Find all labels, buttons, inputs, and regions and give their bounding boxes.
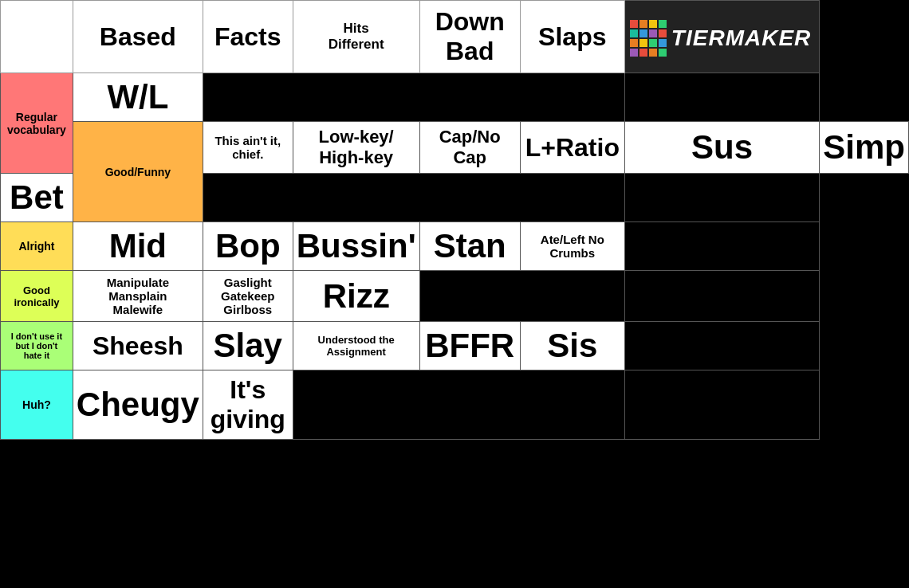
- logo-dot: [630, 49, 638, 57]
- tier-row-goodfunny-1: Good/Funny This ain't it,chief. Low-key/…: [1, 122, 909, 174]
- logo-dot: [649, 39, 657, 47]
- tier-label-idontuse: I don't use itbut I don'thate it: [1, 322, 73, 370]
- logo-text: TiERMAKER: [671, 25, 811, 51]
- empty-idontuse: [624, 322, 819, 370]
- logo-dot: [649, 49, 657, 57]
- tier-label-good-ironically: Good ironically: [1, 271, 73, 322]
- item-this-aint-it: This ain't it,chief.: [203, 122, 293, 174]
- logo-dot: [630, 20, 638, 28]
- item-rizz: Rizz: [293, 271, 419, 322]
- logo-dot: [659, 49, 667, 57]
- logo-dot: [659, 39, 667, 47]
- logo-dot: [639, 39, 647, 47]
- item-bet: Bet: [1, 174, 73, 222]
- item-stan: Stan: [419, 222, 520, 271]
- item-cheugy: Cheugy: [73, 370, 203, 440]
- item-sis: Sis: [520, 322, 624, 370]
- empty-goodfunny-2b: [624, 174, 819, 222]
- logo-dot: [649, 20, 657, 28]
- logo-dot: [649, 29, 657, 37]
- empty-huh: [293, 370, 624, 440]
- tier-row-huh: Huh? Cheugy It's giving: [1, 370, 909, 440]
- empty-regular-1: [203, 73, 624, 122]
- item-sus: Sus: [624, 122, 819, 174]
- logo-dot: [630, 29, 638, 37]
- header-row: Based Facts HitsDifferent Down Bad Slaps: [1, 1, 909, 73]
- logo-dot: [630, 39, 638, 47]
- item-sheesh: Sheesh: [73, 322, 203, 370]
- item-manipulate: ManipulateMansplainMalewife: [73, 271, 203, 322]
- tier-table: Based Facts HitsDifferent Down Bad Slaps: [0, 0, 909, 440]
- header-label-cell: [1, 1, 73, 73]
- empty-good-ironically: [419, 271, 624, 322]
- empty-good-ironically-b: [624, 271, 819, 322]
- tier-label-regular: Regularvocabulary: [1, 73, 73, 174]
- logo-dot: [659, 20, 667, 28]
- item-gaslight: GaslightGatekeepGirlboss: [203, 271, 293, 322]
- tier-row-regular-1: Regularvocabulary W/L: [1, 73, 909, 122]
- item-ate-left: Ate/Left NoCrumbs: [520, 222, 624, 271]
- item-its-giving: It's giving: [203, 370, 293, 440]
- header-facts: Facts: [203, 1, 293, 73]
- tier-row-idontuse: I don't use itbut I don'thate it Sheesh …: [1, 322, 909, 370]
- empty-goodfunny-2: [203, 174, 624, 222]
- item-lowkey-highkey: Low-key/High-key: [293, 122, 419, 174]
- item-bussin: Bussin': [293, 222, 419, 271]
- item-simp: Simp: [820, 122, 909, 174]
- logo-grid: [630, 20, 667, 57]
- header-slaps: Slaps: [520, 1, 624, 73]
- item-slay: Slay: [203, 322, 293, 370]
- logo-dot: [659, 29, 667, 37]
- item-understood: Understood theAssignment: [293, 322, 419, 370]
- tier-label-alright: Alright: [1, 222, 73, 271]
- tier-label-huh: Huh?: [1, 370, 73, 440]
- header-hits: HitsDifferent: [293, 1, 419, 73]
- logo-dot: [639, 20, 647, 28]
- item-bop: Bop: [203, 222, 293, 271]
- tier-row-good-ironically: Good ironically ManipulateMansplainMalew…: [1, 271, 909, 322]
- header-based: Based: [73, 1, 203, 73]
- item-bffr: BFFR: [419, 322, 520, 370]
- empty-huh-b: [624, 370, 819, 440]
- tier-label-goodfunny: Good/Funny: [73, 122, 203, 222]
- item-l-ratio: L+Ratio: [520, 122, 624, 174]
- tiermaker-logo-cell: TiERMAKER: [624, 1, 819, 73]
- item-cap-no-cap: Cap/No Cap: [419, 122, 520, 174]
- tiermaker-logo: TiERMAKER: [630, 20, 811, 57]
- logo-dot: [639, 49, 647, 57]
- item-mid: Mid: [73, 222, 203, 271]
- logo-dot: [639, 29, 647, 37]
- item-wl: W/L: [73, 73, 203, 122]
- header-downbad: Down Bad: [419, 1, 520, 73]
- empty-regular-logo: [624, 73, 819, 122]
- tier-row-alright: Alright Mid Bop Bussin' Stan Ate/Left No…: [1, 222, 909, 271]
- empty-alright: [624, 222, 819, 271]
